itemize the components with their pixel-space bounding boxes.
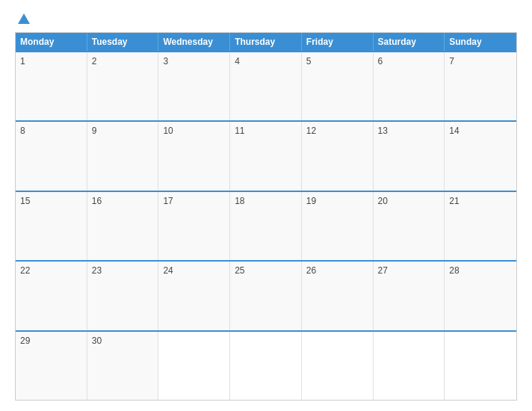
day-number: 15: [20, 196, 82, 206]
calendar-day-cell: 21: [445, 192, 516, 260]
calendar-day-cell: 6: [374, 52, 445, 120]
day-number: 25: [235, 265, 297, 276]
calendar-day-cell: 8: [16, 122, 87, 190]
day-number: 13: [378, 126, 440, 136]
day-number: 19: [306, 196, 368, 206]
calendar-day-header: Monday: [16, 33, 87, 51]
calendar-day-header: Tuesday: [87, 33, 159, 51]
calendar-week-row: 22232425262728: [16, 260, 516, 330]
calendar-day-cell: 4: [230, 52, 302, 120]
calendar-day-cell: 7: [445, 52, 516, 120]
day-number: 22: [20, 265, 82, 276]
calendar-day-cell: [445, 332, 516, 400]
logo-triangle-icon: [18, 13, 30, 24]
calendar-day-cell: 24: [158, 262, 230, 330]
day-number: 24: [163, 265, 225, 276]
calendar-day-cell: 12: [302, 122, 374, 190]
calendar-day-cell: 9: [87, 122, 159, 190]
day-number: 12: [306, 126, 368, 136]
calendar-day-header: Thursday: [230, 33, 302, 51]
calendar-body: 1234567891011121314151617181920212223242…: [16, 51, 516, 400]
day-number: 30: [92, 336, 154, 346]
calendar-day-cell: 30: [87, 332, 159, 400]
day-number: 5: [306, 56, 368, 67]
calendar-week-row: 2930: [16, 330, 516, 400]
calendar-day-cell: 22: [16, 262, 87, 330]
day-number: 26: [306, 265, 368, 276]
calendar-day-cell: 27: [374, 262, 445, 330]
calendar-week-row: 1234567: [16, 51, 516, 120]
day-number: 21: [449, 196, 512, 206]
calendar-grid: MondayTuesdayWednesdayThursdayFridaySatu…: [15, 32, 517, 401]
calendar-day-cell: [230, 332, 302, 400]
day-number: 11: [235, 126, 297, 136]
day-number: 2: [92, 56, 154, 67]
calendar-day-cell: 17: [158, 192, 230, 260]
calendar-day-cell: 3: [158, 52, 230, 120]
calendar-day-cell: 23: [87, 262, 159, 330]
calendar-day-cell: 2: [87, 52, 159, 120]
day-number: 16: [92, 196, 154, 206]
day-number: 10: [163, 126, 225, 136]
calendar-day-cell: 15: [16, 192, 87, 260]
calendar-day-cell: 28: [445, 262, 516, 330]
calendar-day-header: Wednesday: [158, 33, 230, 51]
logo: [15, 13, 30, 25]
day-number: 17: [163, 196, 225, 206]
day-number: 28: [449, 265, 512, 276]
calendar-day-cell: [374, 332, 445, 400]
calendar-day-cell: 5: [302, 52, 374, 120]
day-number: 1: [20, 56, 82, 67]
calendar-header-row: MondayTuesdayWednesdayThursdayFridaySatu…: [16, 33, 516, 51]
calendar-day-cell: 26: [302, 262, 374, 330]
calendar-day-cell: 14: [445, 122, 516, 190]
day-number: 27: [378, 265, 440, 276]
day-number: 7: [449, 56, 512, 67]
calendar-day-cell: [302, 332, 374, 400]
day-number: 29: [20, 336, 82, 346]
calendar-day-cell: 20: [374, 192, 445, 260]
calendar-day-header: Sunday: [445, 33, 516, 51]
page-header: [15, 13, 517, 25]
logo-blue-row: [15, 13, 30, 25]
calendar-week-row: 15161718192021: [16, 191, 516, 260]
calendar-day-cell: 10: [158, 122, 230, 190]
calendar-day-header: Friday: [302, 33, 374, 51]
calendar-day-cell: 19: [302, 192, 374, 260]
calendar-day-header: Saturday: [374, 33, 445, 51]
day-number: 9: [92, 126, 154, 136]
calendar-day-cell: 16: [87, 192, 159, 260]
day-number: 3: [163, 56, 225, 67]
calendar-day-cell: 18: [230, 192, 302, 260]
day-number: 6: [378, 56, 440, 67]
day-number: 8: [20, 126, 82, 136]
day-number: 18: [235, 196, 297, 206]
calendar-day-cell: 25: [230, 262, 302, 330]
day-number: 20: [378, 196, 440, 206]
calendar-day-cell: 29: [16, 332, 87, 400]
calendar-week-row: 891011121314: [16, 120, 516, 190]
calendar-day-cell: 1: [16, 52, 87, 120]
day-number: 23: [92, 265, 154, 276]
calendar-day-cell: 11: [230, 122, 302, 190]
day-number: 14: [449, 126, 512, 136]
day-number: 4: [235, 56, 297, 67]
calendar-page: MondayTuesdayWednesdayThursdayFridaySatu…: [0, 0, 532, 411]
calendar-day-cell: 13: [374, 122, 445, 190]
calendar-day-cell: [158, 332, 230, 400]
